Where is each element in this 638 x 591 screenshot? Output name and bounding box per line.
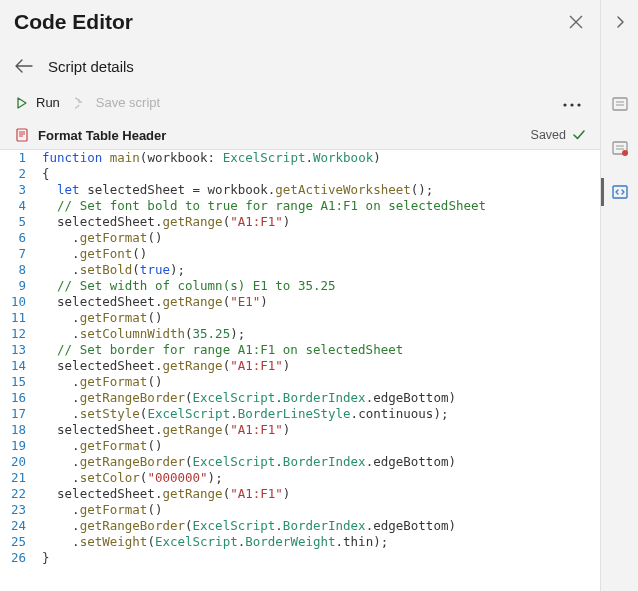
code-content[interactable]: { [36, 166, 50, 182]
line-number: 14 [0, 358, 36, 374]
line-number: 2 [0, 166, 36, 182]
code-content[interactable]: .getRangeBorder(ExcelScript.BorderIndex.… [36, 390, 456, 406]
code-line[interactable]: 20 .getRangeBorder(ExcelScript.BorderInd… [0, 454, 600, 470]
code-content[interactable]: .getFormat() [36, 230, 162, 246]
code-content[interactable]: // Set width of column(s) E1 to 35.25 [36, 278, 336, 294]
save-label: Save script [96, 95, 160, 110]
line-number: 13 [0, 342, 36, 358]
code-line[interactable]: 3 let selectedSheet = workbook.getActive… [0, 182, 600, 198]
line-number: 25 [0, 534, 36, 550]
code-line[interactable]: 19 .getFormat() [0, 438, 600, 454]
run-label: Run [36, 95, 60, 110]
line-number: 20 [0, 454, 36, 470]
more-options-button[interactable] [562, 92, 586, 113]
side-button-code-editor[interactable] [601, 178, 638, 206]
line-number: 26 [0, 550, 36, 566]
code-line[interactable]: 22 selectedSheet.getRange("A1:F1") [0, 486, 600, 502]
code-content[interactable]: .getFont() [36, 246, 147, 262]
code-line[interactable]: 16 .getRangeBorder(ExcelScript.BorderInd… [0, 390, 600, 406]
code-line[interactable]: 14 selectedSheet.getRange("A1:F1") [0, 358, 600, 374]
line-number: 10 [0, 294, 36, 310]
main-panel: Code Editor Script details Run Save scri… [0, 0, 600, 591]
code-content[interactable]: .setColumnWidth(35.25); [36, 326, 245, 342]
side-button-history[interactable] [606, 90, 634, 118]
code-content[interactable]: function main(workbook: ExcelScript.Work… [36, 150, 381, 166]
code-content[interactable]: .setBold(true); [36, 262, 185, 278]
line-number: 22 [0, 486, 36, 502]
code-content[interactable]: .setColor("000000"); [36, 470, 223, 486]
code-content[interactable]: let selectedSheet = workbook.getActiveWo… [36, 182, 433, 198]
svg-rect-7 [613, 186, 627, 198]
code-line[interactable]: 23 .getFormat() [0, 502, 600, 518]
code-content[interactable]: .getFormat() [36, 438, 162, 454]
code-line[interactable]: 12 .setColumnWidth(35.25); [0, 326, 600, 342]
code-line[interactable]: 8 .setBold(true); [0, 262, 600, 278]
code-line[interactable]: 26} [0, 550, 600, 566]
code-line[interactable]: 1function main(workbook: ExcelScript.Wor… [0, 150, 600, 166]
line-number: 24 [0, 518, 36, 534]
back-arrow-icon[interactable] [14, 56, 34, 76]
line-number: 7 [0, 246, 36, 262]
svg-rect-3 [17, 129, 27, 141]
code-line[interactable]: 18 selectedSheet.getRange("A1:F1") [0, 422, 600, 438]
code-line[interactable]: 2{ [0, 166, 600, 182]
toolbar: Run Save script [0, 88, 600, 123]
code-content[interactable]: } [36, 550, 50, 566]
code-line[interactable]: 24 .getRangeBorder(ExcelScript.BorderInd… [0, 518, 600, 534]
line-number: 11 [0, 310, 36, 326]
save-icon [74, 95, 90, 111]
code-line[interactable]: 5 selectedSheet.getRange("A1:F1") [0, 214, 600, 230]
line-number: 3 [0, 182, 36, 198]
code-line[interactable]: 7 .getFont() [0, 246, 600, 262]
svg-point-0 [563, 103, 566, 106]
code-content[interactable]: selectedSheet.getRange("E1") [36, 294, 268, 310]
line-number: 19 [0, 438, 36, 454]
save-script-button: Save script [74, 95, 160, 111]
code-line[interactable]: 13 // Set border for range A1:F1 on sele… [0, 342, 600, 358]
subheader-row: Script details [0, 50, 600, 88]
breadcrumb-title: Script details [48, 58, 134, 75]
script-name: Format Table Header [38, 128, 523, 143]
run-button[interactable]: Run [14, 95, 60, 111]
svg-point-1 [570, 103, 573, 106]
code-content[interactable]: selectedSheet.getRange("A1:F1") [36, 214, 290, 230]
check-icon [572, 128, 586, 142]
code-content[interactable]: selectedSheet.getRange("A1:F1") [36, 358, 290, 374]
code-line[interactable]: 15 .getFormat() [0, 374, 600, 390]
code-content[interactable]: .setStyle(ExcelScript.BorderLineStyle.co… [36, 406, 448, 422]
code-line[interactable]: 17 .setStyle(ExcelScript.BorderLineStyle… [0, 406, 600, 422]
code-line[interactable]: 9 // Set width of column(s) E1 to 35.25 [0, 278, 600, 294]
code-editor[interactable]: 1function main(workbook: ExcelScript.Wor… [0, 149, 600, 591]
panel-title: Code Editor [14, 10, 566, 34]
code-content[interactable]: selectedSheet.getRange("A1:F1") [36, 422, 290, 438]
script-info-row: Format Table Header Saved [0, 123, 600, 149]
code-line[interactable]: 25 .setWeight(ExcelScript.BorderWeight.t… [0, 534, 600, 550]
close-icon[interactable] [566, 12, 586, 32]
line-number: 9 [0, 278, 36, 294]
line-number: 16 [0, 390, 36, 406]
code-line[interactable]: 11 .getFormat() [0, 310, 600, 326]
code-line[interactable]: 6 .getFormat() [0, 230, 600, 246]
code-content[interactable]: // Set border for range A1:F1 on selecte… [36, 342, 403, 358]
code-content[interactable]: .getRangeBorder(ExcelScript.BorderIndex.… [36, 518, 456, 534]
code-line[interactable]: 4 // Set font bold to true for range A1:… [0, 198, 600, 214]
line-number: 4 [0, 198, 36, 214]
code-content[interactable]: .getFormat() [36, 502, 162, 518]
expand-panel-button[interactable] [606, 8, 634, 36]
code-content[interactable]: // Set font bold to true for range A1:F1… [36, 198, 486, 214]
code-line[interactable]: 21 .setColor("000000"); [0, 470, 600, 486]
code-content[interactable]: .setWeight(ExcelScript.BorderWeight.thin… [36, 534, 388, 550]
code-line[interactable]: 10 selectedSheet.getRange("E1") [0, 294, 600, 310]
line-number: 12 [0, 326, 36, 342]
code-content[interactable]: .getFormat() [36, 374, 162, 390]
side-toolbar [600, 0, 638, 591]
header-row: Code Editor [0, 0, 600, 50]
code-content[interactable]: .getRangeBorder(ExcelScript.BorderIndex.… [36, 454, 456, 470]
code-content[interactable]: .getFormat() [36, 310, 162, 326]
svg-rect-4 [613, 98, 627, 110]
line-number: 1 [0, 150, 36, 166]
saved-status: Saved [531, 128, 586, 142]
line-number: 5 [0, 214, 36, 230]
side-button-record[interactable] [606, 134, 634, 162]
code-content[interactable]: selectedSheet.getRange("A1:F1") [36, 486, 290, 502]
